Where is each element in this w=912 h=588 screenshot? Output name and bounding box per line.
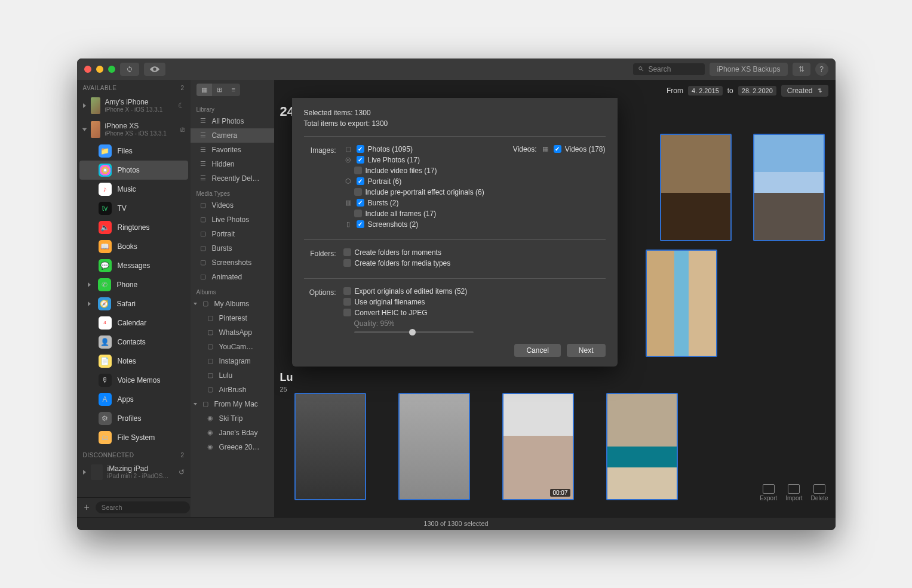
library-item[interactable]: ☰Recently Del… [191, 171, 274, 186]
convert-heic-checkbox[interactable] [343, 309, 351, 316]
library-item[interactable]: ☰Camera [191, 128, 274, 143]
library-item[interactable]: ▢Portrait [191, 227, 274, 241]
sidebar-app-msg[interactable]: 💬Messages [79, 256, 188, 275]
videos-checkbox[interactable] [554, 145, 561, 153]
slider-knob[interactable] [409, 329, 416, 335]
album-group-from-mac[interactable]: ▢From My Mac [191, 397, 274, 411]
include-all-frames-checkbox[interactable] [354, 210, 362, 217]
expand-icon[interactable] [83, 103, 86, 108]
sidebar-app-voice[interactable]: 🎙Voice Memos [79, 371, 188, 390]
sort-dropdown[interactable]: Created⇅ [781, 85, 828, 97]
library-item[interactable]: ◉Greece 20… [191, 440, 274, 454]
photo-thumbnail[interactable] [646, 250, 717, 357]
sidebar-search-input[interactable] [96, 501, 190, 513]
album-group-my-albums[interactable]: ▢My Albums [191, 297, 274, 311]
library-item[interactable]: ▢Instagram [191, 354, 274, 368]
photos-checkbox[interactable] [357, 145, 364, 153]
help-button[interactable]: ? [815, 63, 828, 76]
item-icon: ◉ [206, 443, 214, 451]
status-bar: 1300 of 1300 selected [77, 517, 836, 530]
sidebar-app-photos[interactable]: ✿Photos [79, 161, 188, 180]
next-button[interactable]: Next [567, 344, 606, 357]
expand-icon[interactable] [88, 282, 91, 287]
live-photos-checkbox[interactable] [357, 156, 364, 164]
add-button[interactable]: + [82, 502, 92, 513]
cancel-button[interactable]: Cancel [514, 344, 560, 357]
grid2-view-icon[interactable]: ⊞ [212, 84, 227, 96]
use-original-filenames-checkbox[interactable] [343, 298, 351, 306]
library-item[interactable]: ☰Hidden [191, 157, 274, 171]
minimize-icon[interactable] [96, 66, 103, 73]
library-item[interactable]: ▢Bursts [191, 241, 274, 255]
photo-thumbnail[interactable] [398, 393, 470, 500]
sidebar-app-music[interactable]: ♪Music [79, 180, 188, 199]
sidebar-app-books[interactable]: 📖Books [79, 237, 188, 256]
sidebar-app-files[interactable]: 📁Files [79, 141, 188, 161]
library-item[interactable]: ▢AirBrush [191, 383, 274, 397]
sidebar-app-fs[interactable]: 🗂File System [79, 428, 188, 447]
library-item[interactable]: ◉Jane's Bday [191, 426, 274, 440]
library-item[interactable]: ▢Pinterest [191, 311, 274, 325]
device-iphone-xs[interactable]: iPhone XS iPhone XS - iOS 13.3.1 ⎚ [77, 118, 191, 141]
folders-moments-checkbox[interactable] [343, 248, 351, 256]
import-button[interactable]: Import [785, 484, 802, 501]
include-pre-portrait-checkbox[interactable] [354, 188, 362, 196]
device-amys-iphone[interactable]: Amy's iPhone iPhone X - iOS 13.3.1 ☾ [77, 94, 191, 118]
export-button[interactable]: Export [760, 484, 777, 501]
library-item[interactable]: ▢Lulu [191, 368, 274, 383]
photo-thumbnail[interactable] [660, 134, 732, 241]
delete-button[interactable]: Delete [811, 484, 828, 501]
close-icon[interactable] [84, 66, 91, 73]
video-thumbnail[interactable]: 00:07 [502, 393, 574, 500]
images-label: Images: [304, 145, 336, 155]
library-item[interactable]: ▢Videos [191, 198, 274, 213]
sidebar-app-safari[interactable]: 🧭Safari [79, 294, 188, 313]
sidebar-app-tv[interactable]: tvTV [79, 199, 188, 218]
backups-button[interactable]: iPhone XS Backups [710, 63, 787, 76]
expand-icon[interactable] [88, 301, 91, 306]
collapse-icon[interactable] [82, 128, 87, 131]
portrait-checkbox[interactable] [357, 177, 364, 185]
preview-button[interactable] [144, 63, 165, 76]
sidebar-app-contacts[interactable]: 👤Contacts [79, 333, 188, 352]
library-item[interactable]: ▢Live Photos [191, 213, 274, 227]
photo-thumbnail[interactable] [753, 134, 825, 241]
library-item[interactable]: ☰All Photos [191, 114, 274, 128]
folders-media-checkbox[interactable] [343, 259, 351, 267]
refresh-button[interactable] [120, 63, 139, 76]
expand-icon[interactable] [83, 470, 86, 475]
books-icon: 📖 [99, 240, 112, 253]
sidebar-app-ring[interactable]: 🔈Ringtones [79, 218, 188, 237]
library-item[interactable]: ☰Favorites [191, 143, 274, 157]
list-view-icon[interactable]: ≡ [227, 84, 240, 96]
device-imazing-ipad[interactable]: iMazing iPad iPad mini 2 - iPadOS… ↺ [77, 461, 191, 484]
export-originals-checkbox[interactable] [343, 287, 351, 295]
library-item[interactable]: ▢YouCam… [191, 340, 274, 354]
chevron-updown-icon: ⇅ [818, 88, 822, 94]
quality-slider[interactable] [354, 331, 474, 333]
files-icon: 📁 [99, 144, 112, 158]
from-date-picker[interactable]: 4. 2.2015 [688, 86, 723, 96]
grid-view-icon[interactable]: ▦ [196, 84, 212, 96]
sidebar-app-profiles[interactable]: ⚙Profiles [79, 409, 188, 428]
item-icon: ▢ [206, 314, 214, 322]
library-item[interactable]: ▢WhatsApp [191, 325, 274, 340]
library-item[interactable]: ▢Animated [191, 270, 274, 284]
photo-thumbnail[interactable] [606, 393, 678, 500]
include-video-files-checkbox[interactable] [354, 167, 362, 174]
to-date-picker[interactable]: 28. 2.2020 [738, 86, 776, 96]
screenshots-checkbox[interactable] [357, 220, 364, 228]
bursts-checkbox[interactable] [357, 199, 364, 207]
sidebar-app-phone[interactable]: ✆Phone [79, 275, 188, 294]
library-item[interactable]: ◉Ski Trip [191, 411, 274, 426]
sidebar-app-cal[interactable]: 4Calendar [79, 313, 188, 333]
library-item[interactable]: ▢Screenshots [191, 255, 274, 270]
photo-thumbnail[interactable] [294, 393, 366, 500]
view-switcher[interactable]: ▦ ⊞ ≡ [196, 84, 240, 96]
maximize-icon[interactable] [108, 66, 115, 73]
chevron-down-icon [194, 303, 197, 305]
transfer-button[interactable]: ⇅ [793, 63, 810, 76]
sidebar-app-apps[interactable]: AApps [79, 390, 188, 409]
toolbar-search[interactable]: Search [633, 63, 705, 75]
sidebar-app-notes[interactable]: 📄Notes [79, 352, 188, 371]
